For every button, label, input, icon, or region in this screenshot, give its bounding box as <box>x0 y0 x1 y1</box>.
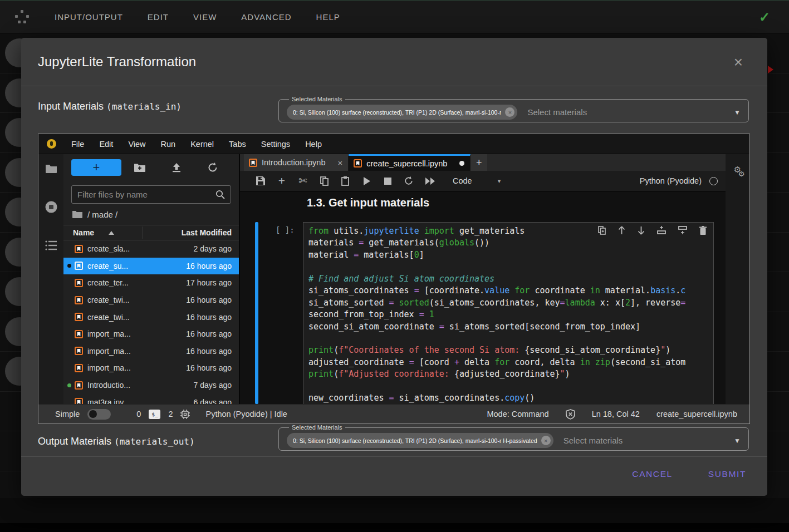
file-row[interactable]: Introductio...7 days ago <box>63 377 239 394</box>
jl-menu-tabs[interactable]: Tabs <box>229 140 246 149</box>
cell-type-caret-icon[interactable]: ▾ <box>498 178 501 185</box>
cut-icon[interactable]: ✄ <box>292 175 313 187</box>
new-folder-icon[interactable] <box>121 163 158 172</box>
table-of-contents-icon[interactable] <box>45 240 57 250</box>
run-icon[interactable] <box>356 177 377 185</box>
app-top-bar: INPUT/OUTPUT EDIT VIEW ADVANCED HELP ✓ <box>0 0 789 33</box>
home-folder-icon[interactable] <box>72 210 82 218</box>
tab-create-supercell-ipynb[interactable]: create_supercell.ipynb <box>349 154 471 171</box>
input-material-chip[interactable]: 0: Si, Silicon (100) surface (reconstruc… <box>287 105 517 120</box>
background-bottom <box>0 498 789 532</box>
dialog-title: JupyterLite Transformation <box>38 54 196 70</box>
move-cell-up-icon[interactable] <box>618 226 625 235</box>
move-cell-down-icon[interactable] <box>638 226 645 235</box>
column-last-modified[interactable]: Last Modified <box>182 228 239 237</box>
kernel-chip-icon[interactable] <box>180 410 190 419</box>
new-launcher-button[interactable]: + <box>71 159 121 176</box>
notebook-icon <box>75 330 83 338</box>
duplicate-cell-icon[interactable] <box>598 226 606 235</box>
jl-statusbar: Simple 0 $_ 2 Python (Pyodide) | Idle Mo… <box>38 404 749 423</box>
file-row[interactable]: create_twi...16 hours ago <box>63 292 239 309</box>
kernel-selector[interactable]: Python (Pyodide) <box>640 176 718 185</box>
run-all-icon[interactable] <box>419 178 440 185</box>
terminals-count[interactable]: 0 <box>136 410 141 418</box>
simple-mode-toggle[interactable] <box>87 409 111 420</box>
file-name: create_twi... <box>87 313 129 322</box>
terminal-icon[interactable]: $_ <box>149 410 160 419</box>
jl-menu-help[interactable]: Help <box>305 140 322 149</box>
kernel-status-text[interactable]: Python (Pyodide) | Idle <box>205 410 287 418</box>
paste-icon[interactable] <box>335 176 356 186</box>
jl-menu-view[interactable]: View <box>128 140 145 149</box>
green-status-dot <box>67 383 71 387</box>
jl-menu-file[interactable]: File <box>71 140 84 149</box>
file-row[interactable]: create_ter...17 hours ago <box>63 274 239 292</box>
copy-icon[interactable] <box>313 176 335 186</box>
input-materials-field[interactable]: Selected Materials 0: Si, Silicon (100) … <box>278 96 749 122</box>
kernels-count[interactable]: 2 <box>168 410 173 418</box>
menu-advanced[interactable]: ADVANCED <box>241 12 291 22</box>
menu-input-output[interactable]: INPUT/OUTPUT <box>55 12 123 22</box>
jl-menu-edit[interactable]: Edit <box>99 140 113 149</box>
tab-introduction-ipynb[interactable]: Introduction.ipynb × <box>244 154 349 171</box>
restart-kernel-icon[interactable] <box>398 176 419 185</box>
dropdown-caret-icon[interactable]: ▼ <box>734 437 741 445</box>
cursor-position[interactable]: Ln 18, Col 42 <box>592 410 640 418</box>
menu-help[interactable]: HELP <box>316 12 340 22</box>
insert-cell-icon[interactable]: + <box>271 174 292 188</box>
chip-remove-icon[interactable]: × <box>505 107 514 117</box>
dropdown-caret-icon[interactable]: ▼ <box>734 109 741 116</box>
new-tab-button[interactable]: + <box>471 154 487 171</box>
file-row[interactable]: import_ma...16 hours ago <box>63 326 239 343</box>
close-icon[interactable]: × <box>734 55 743 70</box>
tab-close-icon[interactable]: × <box>337 158 342 168</box>
notebook-content[interactable]: 1.3. Get input materials [ ]: from utils… <box>240 191 726 404</box>
file-row[interactable]: mat3ra.inv...6 days ago <box>63 393 239 404</box>
file-name: import_ma... <box>87 363 131 372</box>
refresh-icon[interactable] <box>194 162 231 173</box>
file-row[interactable]: create_su...16 hours ago <box>63 258 239 275</box>
delete-cell-icon[interactable] <box>699 226 707 235</box>
file-modified: 16 hours ago <box>186 313 239 322</box>
file-row[interactable]: import_ma...16 hours ago <box>63 359 239 377</box>
check-icon: ✓ <box>759 9 770 25</box>
submit-button[interactable]: SUBMIT <box>705 464 749 485</box>
output-material-chip[interactable]: 0: Si, Silicon (100) surface (reconstruc… <box>287 433 553 448</box>
mode-indicator[interactable]: Mode: Command <box>487 410 548 418</box>
cell-type-select[interactable]: Code <box>453 176 472 185</box>
upload-icon[interactable] <box>158 163 195 173</box>
jl-menu-run[interactable]: Run <box>161 140 176 149</box>
menu-edit[interactable]: EDIT <box>148 12 169 22</box>
cancel-button[interactable]: CANCEL <box>629 464 675 485</box>
menu-view[interactable]: VIEW <box>193 12 217 22</box>
save-icon[interactable] <box>250 176 271 185</box>
file-row[interactable]: import_ma...16 hours ago <box>63 343 239 360</box>
chip-remove-icon[interactable]: × <box>541 436 551 445</box>
notebook-tabbar: Introduction.ipynb × create_supercell.ip… <box>240 154 726 171</box>
app-menu: INPUT/OUTPUT EDIT VIEW ADVANCED HELP <box>55 12 340 22</box>
settings-gears-icon[interactable]: ⚙⚙ <box>734 166 741 404</box>
insert-cell-above-icon[interactable] <box>657 226 666 235</box>
code-cell-editor[interactable]: from utils.jupyterlite import get_materi… <box>303 222 714 404</box>
breadcrumb[interactable]: / made / <box>87 210 117 219</box>
jl-menu-settings[interactable]: Settings <box>261 140 290 149</box>
statusbar-filename[interactable]: create_supercell.ipynb <box>656 410 737 418</box>
folder-icon[interactable] <box>45 164 57 174</box>
jl-menu-kernel[interactable]: Kernel <box>190 140 214 149</box>
file-row[interactable]: create_sla...2 days ago <box>63 240 239 258</box>
jl-right-sidebar: ⚙⚙ <box>726 154 749 404</box>
unsaved-dot-icon[interactable] <box>459 161 464 166</box>
dialog-header: JupyterLite Transformation × <box>21 38 767 86</box>
filter-files-input[interactable] <box>77 190 215 199</box>
column-name[interactable]: Name <box>63 228 114 237</box>
output-materials-field[interactable]: Selected Materials 0: Si, Silicon (100) … <box>278 424 749 451</box>
running-kernels-icon[interactable] <box>45 200 58 214</box>
stop-icon[interactable] <box>377 178 398 185</box>
file-name: mat3ra.inv... <box>87 398 130 404</box>
shield-x-icon[interactable] <box>566 409 575 420</box>
code-block: from utils.jupyterlite import get_materi… <box>308 225 712 404</box>
filter-files-field[interactable] <box>71 185 231 204</box>
app-logo-icon[interactable] <box>15 10 30 24</box>
insert-cell-below-icon[interactable] <box>678 226 687 235</box>
file-row[interactable]: create_twi...16 hours ago <box>63 308 239 326</box>
